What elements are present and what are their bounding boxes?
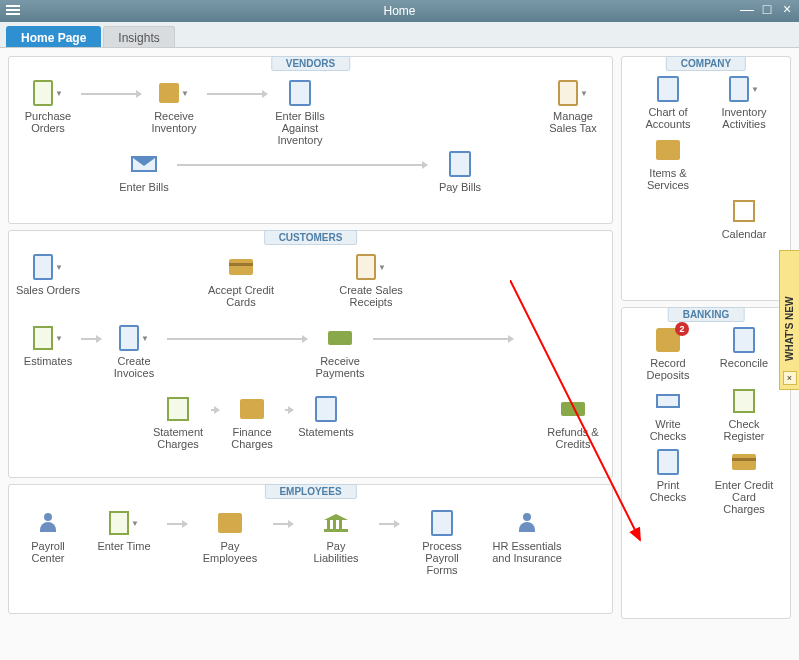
- tab-home-page[interactable]: Home Page: [6, 26, 101, 47]
- enter-bills-icon: [129, 150, 159, 178]
- create-invoices[interactable]: ▼ Create Invoices: [101, 324, 167, 379]
- write-checks[interactable]: Write Checks: [637, 387, 699, 442]
- finance-charges-icon: [237, 395, 267, 423]
- coa-icon: [653, 75, 683, 103]
- window-titlebar: Home — □ ×: [0, 0, 799, 22]
- banking-header: BANKING: [668, 307, 745, 322]
- close-button[interactable]: ×: [779, 2, 795, 18]
- pay-liabilities-icon: [321, 509, 351, 537]
- vendors-panel: VENDORS ▼ Purchase Orders ▼ Receive Inve…: [8, 56, 613, 224]
- check-register[interactable]: Check Register: [713, 387, 775, 442]
- pay-bills-icon: [445, 150, 475, 178]
- refunds-credits[interactable]: Refunds & Credits: [540, 395, 606, 450]
- create-sales-receipts[interactable]: ▼ Create Sales Receipts: [331, 253, 411, 308]
- whats-new-label: WHAT'S NEW: [784, 251, 795, 369]
- payroll-forms-icon: [427, 509, 457, 537]
- enter-bills-against-inventory[interactable]: Enter Bills Against Inventory: [267, 79, 333, 146]
- sales-orders[interactable]: ▼ Sales Orders: [15, 253, 81, 296]
- hamburger-menu-icon[interactable]: [6, 3, 20, 17]
- banking-panel: BANKING 2 Record Deposits Reconcile Writ…: [621, 307, 791, 619]
- accept-credit-cards[interactable]: Accept Credit Cards: [201, 253, 281, 308]
- window-title: Home: [383, 4, 415, 18]
- whats-new-tab[interactable]: WHAT'S NEW ×: [779, 250, 799, 390]
- check-register-icon: [729, 387, 759, 415]
- finance-charges[interactable]: Finance Charges: [219, 395, 285, 450]
- items-services-icon: [653, 136, 683, 164]
- payroll-center-icon: [33, 509, 63, 537]
- company-header: COMPANY: [666, 56, 746, 71]
- tab-insights[interactable]: Insights: [103, 26, 174, 47]
- statements-icon: [311, 395, 341, 423]
- record-deposits[interactable]: 2 Record Deposits: [637, 326, 699, 381]
- items-services[interactable]: Items & Services: [637, 136, 699, 191]
- pay-liabilities[interactable]: Pay Liabilities: [303, 509, 369, 564]
- hr-icon: [512, 509, 542, 537]
- pay-employees[interactable]: Pay Employees: [197, 509, 263, 564]
- enter-credit-card-charges[interactable]: Enter Credit Card Charges: [713, 448, 775, 515]
- enter-bills[interactable]: Enter Bills: [111, 150, 177, 193]
- receive-inventory-icon: ▼: [159, 79, 189, 107]
- enter-time[interactable]: ▼ Enter Time: [91, 509, 157, 552]
- statement-charges[interactable]: Statement Charges: [145, 395, 211, 450]
- estimates[interactable]: ▼ Estimates: [15, 324, 81, 367]
- enter-time-icon: ▼: [109, 509, 139, 537]
- write-checks-icon: [653, 387, 683, 415]
- deposits-badge: 2: [675, 322, 689, 336]
- payments-icon: [325, 324, 355, 352]
- tab-bar: Home Page Insights: [0, 22, 799, 48]
- sales-orders-icon: ▼: [33, 253, 63, 281]
- pay-bills[interactable]: Pay Bills: [427, 150, 493, 193]
- credit-card-icon: [226, 253, 256, 281]
- maximize-button[interactable]: □: [759, 2, 775, 18]
- payroll-center[interactable]: Payroll Center: [15, 509, 81, 564]
- employees-panel: EMPLOYEES Payroll Center ▼ Enter Time Pa…: [8, 484, 613, 614]
- receipt-icon: ▼: [356, 253, 386, 281]
- print-checks-icon: [653, 448, 683, 476]
- receive-payments[interactable]: Receive Payments: [307, 324, 373, 379]
- vendors-header: VENDORS: [271, 56, 350, 71]
- reconcile[interactable]: Reconcile: [713, 326, 775, 381]
- calendar[interactable]: Calendar: [713, 197, 775, 240]
- print-checks[interactable]: Print Checks: [637, 448, 699, 515]
- sales-tax-icon: ▼: [558, 79, 588, 107]
- customers-panel: CUSTOMERS ▼ Sales Orders Accept Credit C…: [8, 230, 613, 478]
- manage-sales-tax[interactable]: ▼ Manage Sales Tax: [540, 79, 606, 134]
- estimates-icon: ▼: [33, 324, 63, 352]
- invoice-icon: ▼: [119, 324, 149, 352]
- enter-cc-icon: [729, 448, 759, 476]
- pay-employees-icon: [215, 509, 245, 537]
- whats-new-close-button[interactable]: ×: [783, 371, 797, 385]
- calendar-icon: [729, 197, 759, 225]
- enter-bills-inventory-icon: [285, 79, 315, 107]
- process-payroll-forms[interactable]: Process Payroll Forms: [409, 509, 475, 576]
- record-deposits-icon: 2: [653, 326, 683, 354]
- purchase-orders-icon: ▼: [33, 79, 63, 107]
- hr-essentials[interactable]: HR Essentials and Insurance: [485, 509, 569, 564]
- purchase-orders[interactable]: ▼ Purchase Orders: [15, 79, 81, 134]
- minimize-button[interactable]: —: [739, 2, 755, 18]
- reconcile-icon: [729, 326, 759, 354]
- chart-of-accounts[interactable]: Chart of Accounts: [637, 75, 699, 130]
- refunds-icon: [558, 395, 588, 423]
- company-panel: COMPANY Chart of Accounts ▼ Inventory Ac…: [621, 56, 791, 301]
- statement-charges-icon: [163, 395, 193, 423]
- inventory-activities-icon: ▼: [729, 75, 759, 103]
- inventory-activities[interactable]: ▼ Inventory Activities: [713, 75, 775, 130]
- employees-header: EMPLOYEES: [264, 484, 356, 499]
- receive-inventory[interactable]: ▼ Receive Inventory: [141, 79, 207, 134]
- statements[interactable]: Statements: [293, 395, 359, 438]
- customers-header: CUSTOMERS: [264, 230, 358, 245]
